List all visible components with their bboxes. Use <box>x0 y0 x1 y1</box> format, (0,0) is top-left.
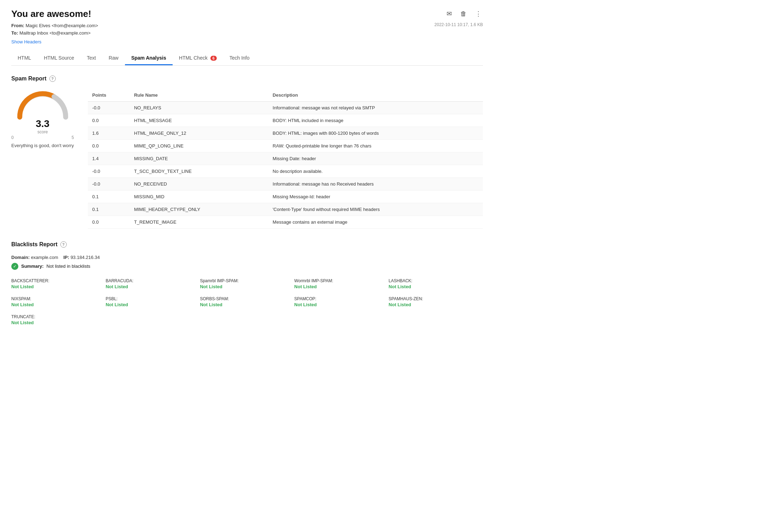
blacklists-grid: BACKSCATTERER:Not ListedBARRACUDA:Not Li… <box>11 277 483 327</box>
cell-points: 0.0 <box>88 139 130 152</box>
tab-html-check[interactable]: HTML Check 6 <box>173 52 223 65</box>
blacklists-title: Blacklists Report ? <box>11 241 483 248</box>
to-value: Mailtrap Inbox <to@example.com> <box>19 30 91 36</box>
email-icon-button[interactable]: ✉ <box>445 8 453 19</box>
gauge-min: 0 <box>11 135 14 140</box>
blacklists-section: Blacklists Report ? Domain: example.com … <box>11 241 483 327</box>
list-item: BACKSCATTERER:Not Listed <box>11 277 106 291</box>
bl-label: LASHBACK: <box>389 278 483 283</box>
cell-rule: MIME_QP_LONG_LINE <box>130 139 269 152</box>
page-header: You are awesome! ✉ 🗑 ⋮ <box>11 8 483 19</box>
bl-label: TRUNCATE: <box>11 314 106 319</box>
summary-label: Summary: <box>21 264 44 269</box>
email-meta: From: Magic Elves <from@example.com> To:… <box>11 22 98 37</box>
bl-value: Not Listed <box>200 302 294 307</box>
cell-rule: MIME_HEADER_CTYPE_ONLY <box>130 203 269 216</box>
gauge-container: 3.3 score 0 5 Everything is good, don't … <box>11 89 74 148</box>
domain-label: Domain: <box>11 255 30 260</box>
cell-points: 1.6 <box>88 127 130 139</box>
table-row: 0.0T_REMOTE_IMAGEMessage contains an ext… <box>88 216 483 228</box>
gauge-description: Everything is good, don't worry <box>11 143 74 148</box>
tab-bar: HTML HTML Source Text Raw Spam Analysis … <box>11 52 483 66</box>
blacklists-meta: Domain: example.com IP: 93.184.216.34 <box>11 255 483 260</box>
list-item: BARRACUDA:Not Listed <box>106 277 200 291</box>
table-row: 0.0HTML_MESSAGEBODY: HTML included in me… <box>88 114 483 127</box>
list-item: Wormrbl IMP-SPAM:Not Listed <box>294 277 389 291</box>
bl-label: BARRACUDA: <box>106 278 200 283</box>
cell-rule: HTML_IMAGE_ONLY_12 <box>130 127 269 139</box>
bl-label: Spamrbl IMP-SPAM: <box>200 278 294 283</box>
bl-value: Not Listed <box>106 302 200 307</box>
list-item: Spamrbl IMP-SPAM:Not Listed <box>200 277 294 291</box>
table-row: -0.0NO_RELAYSInformational: message was … <box>88 101 483 114</box>
tab-text[interactable]: Text <box>80 52 102 65</box>
tab-spam-analysis[interactable]: Spam Analysis <box>125 52 173 65</box>
spam-table: Points Rule Name Description -0.0NO_RELA… <box>88 89 483 229</box>
spam-report-layout: 3.3 score 0 5 Everything is good, don't … <box>11 89 483 229</box>
gauge-label: score <box>11 129 74 134</box>
ip-value: 93.184.216.34 <box>71 255 100 260</box>
cell-rule: NO_RECEIVED <box>130 177 269 190</box>
gauge-max: 5 <box>72 135 74 140</box>
cell-description: Message contains an external image <box>268 216 483 228</box>
html-check-badge: 6 <box>210 56 217 61</box>
cell-description: No description available. <box>268 165 483 177</box>
list-item: LASHBACK:Not Listed <box>389 277 483 291</box>
bl-value: Not Listed <box>389 284 483 289</box>
bl-value: Not Listed <box>11 284 106 289</box>
cell-rule: T_SCC_BODY_TEXT_LINE <box>130 165 269 177</box>
cell-points: 0.0 <box>88 114 130 127</box>
list-item: SORBS-SPAM:Not Listed <box>200 295 294 309</box>
cell-description: 'Content-Type' found without required MI… <box>268 203 483 216</box>
cell-points: -0.0 <box>88 101 130 114</box>
cell-points: 0.1 <box>88 190 130 203</box>
bl-value: Not Listed <box>11 302 106 307</box>
cell-rule: T_REMOTE_IMAGE <box>130 216 269 228</box>
bl-value: Not Listed <box>106 284 200 289</box>
tab-html[interactable]: HTML <box>11 52 37 65</box>
cell-points: 0.1 <box>88 203 130 216</box>
blacklists-help-icon[interactable]: ? <box>60 241 67 248</box>
tab-tech-info[interactable]: Tech Info <box>223 52 256 65</box>
bl-label: SPAMHAUS-ZEN: <box>389 296 483 301</box>
page-title: You are awesome! <box>11 8 91 19</box>
table-row: 0.1MIME_HEADER_CTYPE_ONLY'Content-Type' … <box>88 203 483 216</box>
spam-report-section-title: Spam Report ? <box>11 75 483 82</box>
cell-points: -0.0 <box>88 177 130 190</box>
list-item: NIXSPAM:Not Listed <box>11 295 106 309</box>
tab-raw[interactable]: Raw <box>102 52 125 65</box>
meta-right: 2022-10-11 10:17, 1.6 KB <box>435 22 483 27</box>
spam-report-help-icon[interactable]: ? <box>49 75 56 82</box>
header-left: You are awesome! <box>11 8 91 19</box>
gauge-svg <box>14 89 71 121</box>
table-row: 1.6HTML_IMAGE_ONLY_12BODY: HTML: images … <box>88 127 483 139</box>
cell-rule: MISSING_DATE <box>130 152 269 165</box>
list-item: TRUNCATE:Not Listed <box>11 313 106 327</box>
show-headers-link[interactable]: Show Headers <box>11 39 41 44</box>
bl-label: PSBL: <box>106 296 200 301</box>
bl-value: Not Listed <box>11 320 106 325</box>
bl-label: Wormrbl IMP-SPAM: <box>294 278 389 283</box>
bl-value: Not Listed <box>389 302 483 307</box>
table-row: -0.0NO_RECEIVEDInformational: message ha… <box>88 177 483 190</box>
cell-description: Missing Date: header <box>268 152 483 165</box>
spam-table-body: -0.0NO_RELAYSInformational: message was … <box>88 101 483 228</box>
spam-table-header-row: Points Rule Name Description <box>88 89 483 102</box>
trash-icon-button[interactable]: 🗑 <box>459 9 468 19</box>
list-item: SPAMHAUS-ZEN:Not Listed <box>389 295 483 309</box>
tab-html-source[interactable]: HTML Source <box>37 52 80 65</box>
header-actions: ✉ 🗑 ⋮ <box>445 8 483 19</box>
cell-rule: HTML_MESSAGE <box>130 114 269 127</box>
list-item: SPAMCOP:Not Listed <box>294 295 389 309</box>
bl-label: SORBS-SPAM: <box>200 296 294 301</box>
cell-points: 0.0 <box>88 216 130 228</box>
cell-rule: MISSING_MID <box>130 190 269 203</box>
cell-points: 1.4 <box>88 152 130 165</box>
from-value: Magic Elves <from@example.com> <box>25 23 98 28</box>
bl-value: Not Listed <box>200 284 294 289</box>
ip-label: IP: <box>63 255 69 260</box>
cell-rule: NO_RELAYS <box>130 101 269 114</box>
more-icon-button[interactable]: ⋮ <box>474 8 483 19</box>
to-line: To: Mailtrap Inbox <to@example.com> <box>11 30 98 37</box>
cell-description: Missing Message-Id: header <box>268 190 483 203</box>
